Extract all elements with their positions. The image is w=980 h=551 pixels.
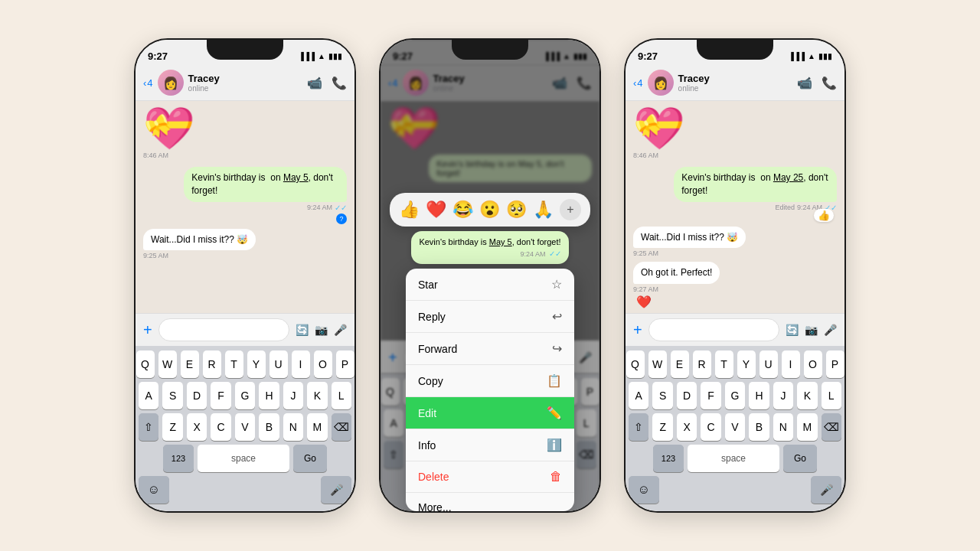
key-v[interactable]: V (235, 413, 255, 441)
right-mic-btn[interactable]: 🎤 (824, 324, 837, 336)
emoji-plus-button[interactable]: + (560, 199, 581, 220)
right-video-icon[interactable]: 📹 (797, 76, 812, 90)
left-sticker-btn[interactable]: 🔄 (296, 324, 309, 336)
right-phone-icon[interactable]: 📞 (822, 76, 837, 90)
right-key-n[interactable]: N (773, 413, 793, 441)
right-key-j[interactable]: J (773, 382, 793, 409)
key-space[interactable]: space (198, 445, 289, 472)
right-key-backspace[interactable]: ⌫ (822, 413, 841, 441)
menu-forward[interactable]: Forward ↪ (406, 333, 574, 365)
key-g[interactable]: G (235, 382, 255, 409)
key-k[interactable]: K (307, 382, 327, 409)
key-r[interactable]: R (203, 350, 221, 378)
right-key-z[interactable]: Z (652, 413, 672, 441)
right-key-m[interactable]: M (797, 413, 817, 441)
right-camera-btn[interactable]: 📷 (805, 324, 818, 336)
menu-more[interactable]: More... (406, 493, 574, 511)
menu-edit[interactable]: Edit ✏️ (406, 397, 574, 429)
key-n[interactable]: N (283, 413, 303, 441)
left-mic-key[interactable]: 🎤 (321, 476, 351, 504)
left-back-button[interactable]: ‹ 4 (143, 77, 153, 89)
left-plus-button[interactable]: + (143, 321, 152, 339)
key-u[interactable]: U (270, 350, 288, 378)
key-j[interactable]: J (283, 382, 303, 409)
key-go[interactable]: Go (293, 445, 327, 472)
right-key-u[interactable]: U (760, 350, 778, 378)
key-x[interactable]: X (187, 413, 207, 441)
left-avatar[interactable]: 👩 (158, 70, 184, 96)
right-key-i[interactable]: I (782, 350, 800, 378)
menu-copy[interactable]: Copy 📋 (406, 365, 574, 397)
phone-call-icon[interactable]: 📞 (332, 76, 347, 90)
key-l[interactable]: L (332, 382, 351, 409)
key-h[interactable]: H (259, 382, 279, 409)
right-key-v[interactable]: V (725, 413, 745, 441)
emoji-thumbsup[interactable]: 👍 (399, 200, 420, 220)
emoji-sad[interactable]: 🥺 (506, 200, 527, 220)
right-key-go[interactable]: Go (783, 445, 817, 472)
right-key-y[interactable]: Y (737, 350, 756, 378)
right-back-button[interactable]: ‹ 4 (633, 77, 643, 89)
right-key-shift[interactable]: ⇧ (629, 413, 648, 441)
menu-info[interactable]: Info ℹ️ (406, 429, 574, 461)
right-key-p[interactable]: P (826, 350, 844, 378)
right-key-c[interactable]: C (701, 413, 720, 441)
right-mic-key[interactable]: 🎤 (811, 476, 841, 504)
right-key-l[interactable]: L (822, 382, 841, 409)
right-key-e[interactable]: E (671, 350, 689, 378)
menu-reply[interactable]: Reply ↩ (406, 301, 574, 333)
right-input-field[interactable] (648, 318, 779, 341)
emoji-picker[interactable]: 👍 ❤️ 😂 😮 🥺 🙏 + (390, 193, 590, 227)
emoji-pray[interactable]: 🙏 (533, 200, 554, 220)
right-key-a[interactable]: A (629, 382, 648, 409)
right-key-o[interactable]: O (804, 350, 822, 378)
emoji-heart[interactable]: ❤️ (426, 200, 446, 220)
right-key-r[interactable]: R (693, 350, 711, 378)
key-s[interactable]: S (162, 382, 182, 409)
key-z[interactable]: Z (162, 413, 182, 441)
key-num[interactable]: 123 (163, 445, 194, 472)
left-camera-btn[interactable]: 📷 (315, 324, 328, 336)
left-input-field[interactable] (158, 318, 289, 341)
menu-star[interactable]: Star ☆ (406, 269, 574, 301)
key-shift[interactable]: ⇧ (139, 413, 158, 441)
key-f[interactable]: F (211, 382, 230, 409)
key-e[interactable]: E (181, 350, 199, 378)
key-q[interactable]: Q (136, 350, 155, 378)
key-y[interactable]: Y (247, 350, 266, 378)
right-sticker-btn[interactable]: 🔄 (786, 324, 799, 336)
right-key-num[interactable]: 123 (653, 445, 684, 472)
right-emoji-key[interactable]: ☺ (629, 476, 659, 504)
menu-delete[interactable]: Delete 🗑 (406, 461, 574, 493)
key-o[interactable]: O (314, 350, 332, 378)
right-key-t[interactable]: T (715, 350, 733, 378)
right-key-g[interactable]: G (725, 382, 745, 409)
left-emoji-key[interactable]: ☺ (139, 476, 169, 504)
key-i[interactable]: I (292, 350, 310, 378)
right-key-w[interactable]: W (648, 350, 667, 378)
key-c[interactable]: C (211, 413, 230, 441)
right-key-x[interactable]: X (677, 413, 697, 441)
right-key-q[interactable]: Q (626, 350, 645, 378)
right-back-count[interactable]: 4 (637, 77, 642, 89)
key-t[interactable]: T (225, 350, 243, 378)
right-key-h[interactable]: H (749, 382, 769, 409)
right-key-f[interactable]: F (701, 382, 720, 409)
key-d[interactable]: D (187, 382, 207, 409)
right-key-d[interactable]: D (677, 382, 697, 409)
key-a[interactable]: A (139, 382, 158, 409)
left-mic-btn[interactable]: 🎤 (334, 324, 347, 336)
key-backspace[interactable]: ⌫ (332, 413, 351, 441)
emoji-laugh[interactable]: 😂 (452, 200, 473, 220)
right-key-k[interactable]: K (797, 382, 817, 409)
key-b[interactable]: B (259, 413, 279, 441)
key-m[interactable]: M (307, 413, 327, 441)
video-call-icon[interactable]: 📹 (307, 76, 322, 90)
key-p[interactable]: P (336, 350, 354, 378)
right-key-b[interactable]: B (749, 413, 769, 441)
right-plus-button[interactable]: + (633, 321, 642, 339)
left-back-count[interactable]: 4 (147, 77, 152, 89)
right-key-space[interactable]: space (688, 445, 779, 472)
key-w[interactable]: W (158, 350, 177, 378)
right-avatar[interactable]: 👩 (648, 70, 674, 96)
